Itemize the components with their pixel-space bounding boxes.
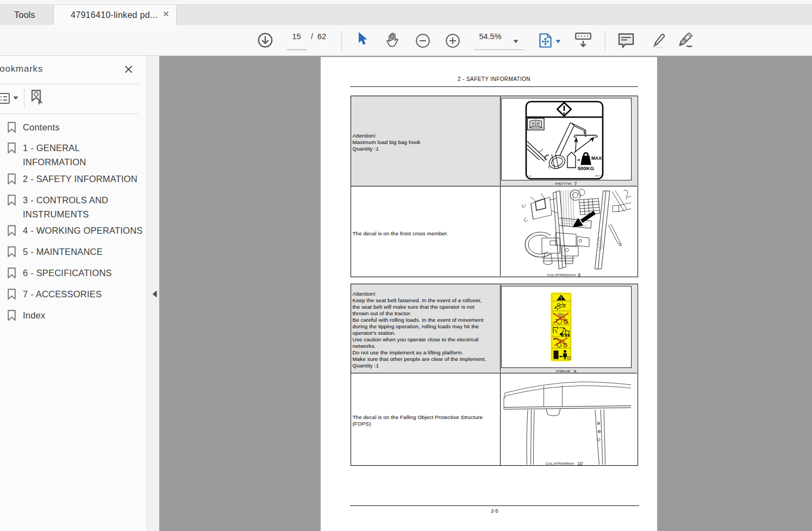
svg-text:crab: crab (528, 175, 531, 177)
svg-text:47827774: 47827774 (595, 175, 602, 177)
svg-text:=: = (577, 158, 580, 163)
svg-text:MAX: MAX (591, 155, 602, 161)
svg-text:500KG: 500KG (578, 165, 594, 171)
